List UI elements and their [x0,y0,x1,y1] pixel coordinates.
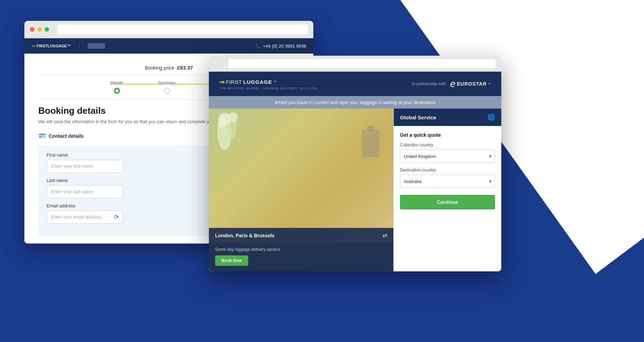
back-address-bar[interactable] [57,25,308,34]
transfer-icon: ⇄ [383,232,387,239]
london-card-subtitle: Same day luggage delivery service [215,247,387,252]
london-card-body: Same day luggage delivery service Book N… [209,243,393,271]
eurostar-tm: ™ [488,82,491,86]
fl-global-title: Global Service [400,114,436,120]
fl-global-panel: Global Service 🌐 Get a quick quote Colle… [393,109,501,271]
fl-global-header: Global Service 🌐 [394,109,501,126]
email-verify-icon: ⟳ [114,214,119,220]
email-input[interactable]: Enter your email address ⟳ [47,210,123,224]
book-now-button[interactable]: Book Now [215,255,248,266]
hero-luggage-silhouette [359,122,383,164]
london-card-header: London, Paris & Brussels ⇄ [209,228,393,243]
step-details-label: Details [110,81,123,86]
fl-logo-luggage-text: LUGGAGE [243,79,272,85]
phone-icon: 📞 [255,43,261,49]
fl-tagline: THE BESPOKE GLOBAL LUGGAGE DELIVERY SOLU… [219,87,318,90]
step-line-2 [176,84,211,85]
fl-partnership-area: In partnership with e EUROSTAR ™ [412,78,491,89]
fl-main-content: London, Paris & Brussels ⇄ Same day lugg… [209,109,501,271]
destination-country-select[interactable]: Australia United States Canada France [400,175,495,188]
back-window-maximize-dot[interactable] [45,27,49,32]
first-name-placeholder: Enter your first name [51,164,93,169]
back-nav-logo-area: ⇒ FIRSTLUGGAGE™ [31,42,105,49]
fl-hero: London, Paris & Brussels ⇄ Same day lugg… [209,109,393,271]
back-nav-phone: 📞 +44 (0) 20 3991 9936 [255,43,306,49]
front-browser-content: ⇒ FIRST LUGGAGE ™ THE BESPOKE GLOBAL LUG… [209,72,501,271]
fl-banner-text: Whilst you travel in comfort and style y… [275,100,435,105]
back-logo-text: FIRSTLUGGAGE™ [37,44,71,48]
background-blue-triangle-bottom [505,238,644,342]
svg-point-3 [228,112,238,122]
fl-logo-brand: ⇒ FIRST LUGGAGE ™ [219,78,318,86]
email-placeholder: Enter your email address [51,214,102,220]
contact-section-label: Contact details [49,133,84,139]
hero-decoration [214,112,245,157]
fl-logo-arrow-icon: ⇒ [219,78,225,86]
nav-divider [79,42,79,49]
step-line-1 [123,84,158,85]
back-window-minimize-dot[interactable] [37,27,42,32]
destination-country-label: Destination country [400,168,495,173]
fl-quote-title: Get a quick quote [400,132,495,138]
svg-point-4 [218,121,225,128]
fl-logo-first-text: FIRST [226,79,242,85]
fl-nav: ⇒ FIRST LUGGAGE ™ THE BESPOKE GLOBAL LUG… [209,72,501,96]
back-browser-chrome [24,21,313,38]
london-card: London, Paris & Brussels ⇄ Same day lugg… [209,228,393,271]
contact-icon: 🪪 [38,132,46,140]
step-summary-circle [164,88,170,94]
continue-button[interactable]: Continue [400,195,495,209]
first-name-input[interactable]: Enter your first name [47,160,123,173]
back-window-close-dot[interactable] [30,27,34,32]
step-summary: Summary [158,81,176,94]
collection-country-select[interactable]: United Kingdom France Germany Spain [400,150,495,163]
step-details: Details [110,81,123,94]
back-nav-bar: ⇒ FIRSTLUGGAGE™ 📞 +44 (0) 20 3991 9936 [24,38,313,54]
london-card-title: London, Paris & Brussels [215,233,274,238]
phone-number: +44 (0) 20 3991 9936 [263,43,306,49]
fl-partnership-text: In partnership with [412,81,446,86]
eurostar-logo: e EUROSTAR ™ [450,78,491,89]
eurostar-text: EUROSTAR [457,81,487,87]
fl-logo-area: ⇒ FIRST LUGGAGE ™ THE BESPOKE GLOBAL LUG… [219,78,318,90]
booking-price-label: Booking price [145,65,174,71]
globe-icon: 🌐 [487,113,495,121]
eurostar-e-icon: e [450,78,456,89]
back-logo-brand: ⇒ FIRSTLUGGAGE™ [31,43,71,49]
destination-country-wrapper: Australia United States Canada France ▾ [400,175,495,188]
back-logo-arrow-icon: ⇒ [31,43,36,49]
fl-banner: Whilst you travel in comfort and style y… [209,96,501,109]
front-browser-chrome [209,56,501,72]
fl-global-body: Get a quick quote Collection country Uni… [394,126,501,216]
front-browser-window: ⇒ FIRST LUGGAGE ™ THE BESPOKE GLOBAL LUG… [209,56,501,271]
collection-country-label: Collection country [400,143,495,148]
booking-price-value: £93.37 [177,65,193,71]
back-nav-partner-logo [88,43,105,49]
collection-country-wrapper: United Kingdom France Germany Spain ▾ [400,150,495,163]
last-name-placeholder: Enter your last name [51,189,93,194]
front-address-bar[interactable] [228,59,496,68]
step-details-circle [114,88,120,94]
step-summary-label: Summary [158,81,176,86]
last-name-input[interactable]: Enter your last name [47,185,123,198]
fl-logo-tm: ™ [274,80,276,83]
